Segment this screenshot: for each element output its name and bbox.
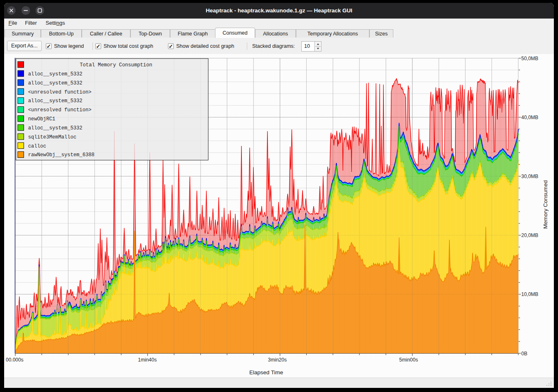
svg-text:<unresolved function>: <unresolved function> <box>28 107 92 113</box>
svg-text:newObjRC1: newObjRC1 <box>28 116 55 122</box>
svg-text:alloc__system_5332: alloc__system_5332 <box>28 71 83 77</box>
svg-text:alloc__system_5332: alloc__system_5332 <box>28 125 83 131</box>
svg-text:alloc__system_5332: alloc__system_5332 <box>28 80 83 86</box>
svg-text:50,0MB: 50,0MB <box>521 56 538 61</box>
svg-text:5min00s: 5min00s <box>399 357 418 363</box>
svg-text:1min40s: 1min40s <box>138 357 156 363</box>
svg-text:0B: 0B <box>521 351 527 357</box>
svg-text:calloc: calloc <box>28 143 46 149</box>
svg-text:30,0MB: 30,0MB <box>521 174 538 179</box>
svg-text:Elapsed Time: Elapsed Time <box>249 369 283 376</box>
svg-text:<unresolved function>: <unresolved function> <box>28 89 92 95</box>
svg-text:Total Memory Consumption: Total Memory Consumption <box>80 62 152 68</box>
svg-text:00.000s: 00.000s <box>6 357 24 363</box>
svg-text:20,0MB: 20,0MB <box>521 232 538 238</box>
svg-text:rawNewObj__system_6388: rawNewObj__system_6388 <box>28 152 95 158</box>
svg-text:alloc__system_5332: alloc__system_5332 <box>28 98 83 104</box>
svg-text:40,0MB: 40,0MB <box>521 115 538 120</box>
svg-text:3min20s: 3min20s <box>268 357 286 363</box>
svg-text:Memory Consumed: Memory Consumed <box>542 180 549 229</box>
svg-text:10,0MB: 10,0MB <box>521 291 538 297</box>
svg-text:sqlite3MemMalloc: sqlite3MemMalloc <box>28 134 76 140</box>
